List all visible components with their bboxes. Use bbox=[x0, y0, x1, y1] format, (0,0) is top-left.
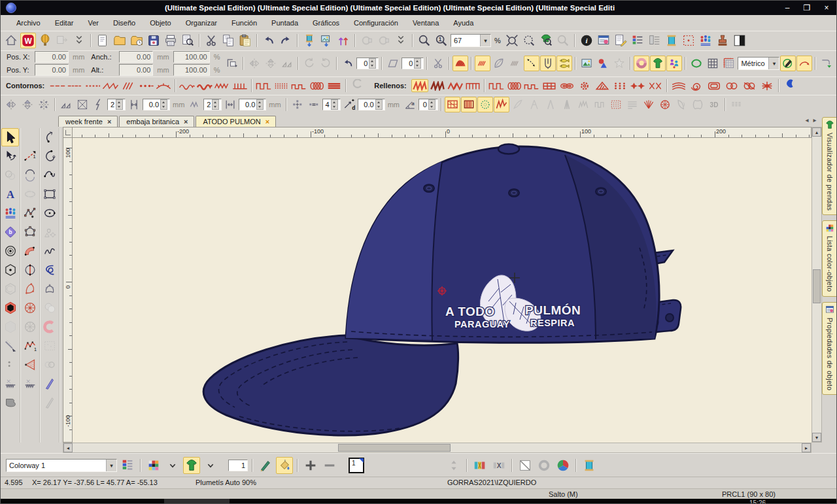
pos-x-input[interactable]: 0.00 bbox=[35, 51, 69, 63]
design-information-button[interactable]: i bbox=[579, 33, 594, 48]
row-spacing-icon[interactable] bbox=[126, 97, 142, 112]
crown-shape-tool[interactable] bbox=[41, 280, 58, 298]
background-color-button[interactable] bbox=[555, 457, 572, 474]
fill-square-wave-button[interactable] bbox=[488, 79, 505, 92]
cap-design[interactable]: A TODO PULMÓN PARAGUAY RESPIRA bbox=[73, 138, 811, 443]
fill-cross-stitch-button[interactable] bbox=[629, 79, 646, 92]
open-design-button[interactable] bbox=[112, 33, 128, 48]
redo-button[interactable] bbox=[278, 33, 294, 48]
no-background-button[interactable] bbox=[517, 457, 534, 474]
palette-dropdown[interactable] bbox=[164, 457, 181, 474]
col-spacing-input[interactable]: 0.0 bbox=[239, 99, 266, 110]
outline-small-zigzag-button[interactable] bbox=[214, 79, 231, 92]
product-color-button[interactable] bbox=[183, 457, 200, 474]
print-preview-button[interactable] bbox=[180, 33, 196, 48]
skew-handles-button[interactable] bbox=[279, 56, 295, 71]
curve-tool-button[interactable] bbox=[796, 56, 812, 71]
outline-satin-button[interactable] bbox=[120, 79, 137, 92]
zoom-tool-button[interactable] bbox=[417, 33, 432, 48]
outline-run-button[interactable] bbox=[49, 79, 66, 92]
design-tab-embaja-britanica[interactable]: embaja britanica× bbox=[119, 116, 194, 127]
menu-puntada[interactable]: Puntada bbox=[265, 17, 305, 29]
zoom-article-button[interactable] bbox=[538, 33, 554, 48]
array-rows-input[interactable]: 2 bbox=[107, 99, 126, 110]
background-ring-button[interactable] bbox=[536, 457, 553, 474]
paste-button[interactable] bbox=[237, 33, 253, 48]
array-cols-input[interactable]: 2 bbox=[203, 99, 222, 110]
menu-ayuda[interactable]: Ayuda bbox=[447, 17, 480, 29]
width-input[interactable]: 0.00 bbox=[119, 51, 153, 63]
mirror-y-button[interactable] bbox=[263, 56, 279, 71]
outline-arc-button[interactable] bbox=[155, 79, 172, 92]
peak-b-button[interactable] bbox=[543, 97, 558, 112]
wreath-angle-input[interactable]: 0 bbox=[418, 99, 438, 110]
toolbox-spacer[interactable] bbox=[21, 128, 39, 146]
ellipse-tool[interactable] bbox=[41, 204, 58, 222]
maximize-button[interactable]: ❐ bbox=[798, 3, 815, 13]
stipple-circle-button[interactable] bbox=[477, 97, 493, 112]
product-dropdown[interactable] bbox=[202, 457, 219, 474]
ghost-hex-tool[interactable] bbox=[1, 318, 19, 336]
wheel-fill-tool[interactable] bbox=[21, 299, 39, 317]
print-button[interactable] bbox=[163, 33, 179, 48]
fill-dense-satin-button[interactable] bbox=[429, 79, 446, 92]
hex-target-tool[interactable] bbox=[1, 261, 19, 279]
outline-motif-run-button[interactable] bbox=[137, 79, 154, 92]
team-colors-button[interactable] bbox=[666, 56, 682, 71]
carving-grid-button[interactable] bbox=[445, 97, 460, 112]
embroidery-text-respira[interactable]: RESPIRA bbox=[530, 318, 575, 328]
square-edge-button[interactable] bbox=[592, 97, 607, 112]
florentine-button[interactable] bbox=[674, 97, 689, 112]
wilcom-workspace-button[interactable]: W bbox=[20, 33, 36, 48]
design-properties-button[interactable] bbox=[596, 33, 611, 48]
freehand-closed-tool[interactable] bbox=[41, 261, 58, 279]
trapunto-button[interactable] bbox=[728, 97, 744, 112]
outline-bars-button[interactable] bbox=[326, 79, 343, 92]
toolbar-overflow-chevron-2[interactable] bbox=[393, 33, 409, 48]
fill-rings-button[interactable] bbox=[558, 79, 575, 92]
close-button[interactable]: × bbox=[818, 3, 835, 13]
save-design-button[interactable] bbox=[146, 33, 162, 48]
stamp-button[interactable] bbox=[715, 33, 730, 48]
jagged-edge-button[interactable] bbox=[575, 97, 591, 112]
scatter-count-input[interactable]: 4 bbox=[322, 99, 341, 110]
radial-fan-button[interactable] bbox=[641, 97, 657, 112]
zoom-level-combo[interactable]: 67▾ bbox=[451, 34, 491, 47]
menu-organizar[interactable]: Organizar bbox=[179, 17, 224, 29]
peak-a-button[interactable] bbox=[526, 97, 542, 112]
distance-input[interactable]: 0.0 bbox=[358, 99, 385, 110]
zoom-selected-button[interactable] bbox=[521, 33, 537, 48]
column-band-tool[interactable] bbox=[21, 242, 39, 260]
fill-applique-button[interactable] bbox=[782, 78, 798, 93]
travel-run-button[interactable] bbox=[524, 56, 539, 71]
team-names-tool[interactable] bbox=[1, 204, 19, 222]
feather-edge-button[interactable] bbox=[510, 97, 526, 112]
arc-stitch-tool[interactable] bbox=[21, 166, 39, 184]
closed-shape-tool[interactable] bbox=[21, 223, 39, 241]
embroidery-text-a-todo[interactable]: A TODO bbox=[445, 305, 495, 318]
cut-teeth-tool[interactable] bbox=[1, 375, 19, 393]
column-count-icon[interactable] bbox=[187, 97, 203, 112]
zoom-to-fit-button[interactable] bbox=[504, 33, 520, 48]
graphics-mode-button[interactable] bbox=[37, 33, 53, 48]
lettering-tool[interactable]: A bbox=[1, 185, 19, 203]
menu-graficos[interactable]: Gráficos bbox=[306, 17, 346, 29]
scroll-left-icon[interactable]: ◂ bbox=[63, 443, 73, 452]
colorway-editor-button[interactable] bbox=[119, 457, 136, 474]
kiosk-tool[interactable]: b bbox=[1, 223, 19, 241]
freehand-open-tool[interactable] bbox=[41, 242, 58, 260]
outline-square-wave-button[interactable] bbox=[255, 79, 272, 92]
design-tab-week-frente[interactable]: week frente× bbox=[58, 116, 118, 127]
mirror-merge-both-button[interactable] bbox=[36, 97, 52, 112]
outline-pattern-run-button[interactable] bbox=[273, 79, 290, 92]
angle-icon[interactable]: a bbox=[402, 97, 418, 112]
thread-chart-button[interactable] bbox=[471, 457, 488, 474]
outline-blanket-button[interactable] bbox=[231, 79, 248, 92]
penetration-points-tool[interactable] bbox=[1, 356, 19, 374]
skew-angle-input[interactable]: 0 bbox=[401, 58, 424, 69]
menu-diseno[interactable]: Diseño bbox=[107, 17, 142, 29]
fill-step-button[interactable] bbox=[523, 79, 540, 92]
menu-funcion[interactable]: Función bbox=[225, 17, 264, 29]
ring-segment-tool[interactable] bbox=[41, 318, 58, 336]
stipple-region-tool[interactable] bbox=[41, 337, 58, 355]
